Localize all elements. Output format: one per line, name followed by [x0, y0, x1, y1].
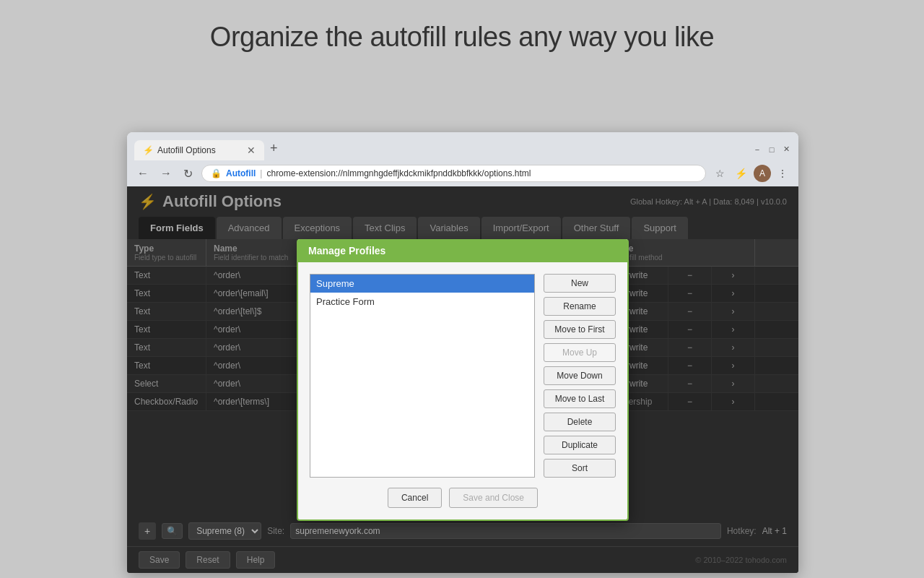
rename-profile-button[interactable]: Rename: [544, 297, 616, 316]
close-button[interactable]: ✕: [781, 144, 791, 155]
bookmark-icon[interactable]: ☆: [712, 165, 728, 181]
new-tab-button[interactable]: +: [264, 138, 284, 159]
move-to-first-button[interactable]: Move to First: [544, 320, 616, 339]
window-controls: − □ ✕: [752, 144, 791, 155]
browser-tab-autofill[interactable]: ⚡ Autofill Options ✕: [134, 140, 264, 160]
app-content: ⚡ Autofill Options Global Hotkey: Alt + …: [127, 186, 798, 573]
address-separator: |: [260, 168, 262, 178]
sort-profiles-button[interactable]: Sort: [544, 459, 616, 478]
save-and-close-button[interactable]: Save and Close: [449, 488, 538, 508]
tab-favicon-icon: ⚡: [143, 145, 153, 155]
forward-button[interactable]: →: [157, 165, 175, 181]
cancel-button[interactable]: Cancel: [388, 488, 442, 508]
browser-window: ⚡ Autofill Options ✕ + − □ ✕ ← → ↻ 🔒 Aut…: [127, 132, 798, 573]
modal-title: Manage Profiles: [298, 239, 627, 262]
avatar[interactable]: A: [754, 165, 771, 182]
lock-icon: 🔒: [211, 168, 222, 178]
tab-title: Autofill Options: [157, 145, 216, 155]
move-up-button[interactable]: Move Up: [544, 343, 616, 362]
toolbar-actions: ☆ ⚡ A ⋮: [712, 165, 791, 182]
modal-overlay: Manage Profiles Supreme Practice Form Ne…: [127, 186, 798, 573]
extension-icon[interactable]: ⚡: [731, 165, 751, 181]
address-bar[interactable]: 🔒 Autofill | chrome-extension://nlmmgnhg…: [201, 165, 706, 182]
profile-list[interactable]: Supreme Practice Form: [310, 274, 535, 478]
tab-close-icon[interactable]: ✕: [247, 144, 256, 156]
address-url: chrome-extension://nlmmgnhgdeffjkdckmikf…: [266, 168, 697, 178]
move-down-button[interactable]: Move Down: [544, 366, 616, 385]
new-profile-button[interactable]: New: [544, 274, 616, 293]
back-button[interactable]: ←: [134, 165, 152, 181]
refresh-button[interactable]: ↻: [180, 165, 196, 182]
browser-toolbar: ← → ↻ 🔒 Autofill | chrome-extension://nl…: [127, 160, 798, 186]
move-to-last-button[interactable]: Move to Last: [544, 389, 616, 408]
maximize-button[interactable]: □: [767, 144, 777, 155]
profile-item-practice-form[interactable]: Practice Form: [310, 293, 534, 311]
duplicate-profile-button[interactable]: Duplicate: [544, 436, 616, 454]
page-heading: Organize the autofill rules any way you …: [0, 0, 924, 67]
minimize-button[interactable]: −: [752, 144, 762, 155]
browser-chrome: ⚡ Autofill Options ✕ + − □ ✕: [127, 132, 798, 160]
modal-body: Supreme Practice Form New Rename Move to…: [310, 274, 616, 478]
modal-action-buttons: New Rename Move to First Move Up Move Do…: [544, 274, 616, 478]
delete-profile-button[interactable]: Delete: [544, 413, 616, 431]
menu-icon[interactable]: ⋮: [774, 165, 791, 181]
browser-tabs: ⚡ Autofill Options ✕ +: [134, 138, 746, 160]
address-protocol: Autofill: [226, 168, 256, 178]
profile-item-supreme[interactable]: Supreme: [310, 275, 534, 293]
manage-profiles-modal: Manage Profiles Supreme Practice Form Ne…: [297, 239, 629, 521]
modal-footer: Cancel Save and Close: [310, 488, 616, 508]
